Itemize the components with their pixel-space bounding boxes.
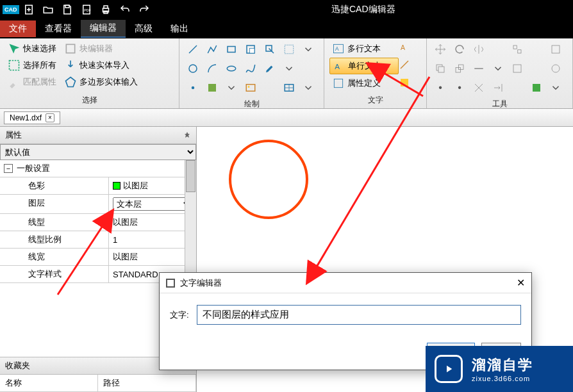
table-icon[interactable] — [281, 79, 297, 96]
tool-e-icon[interactable] — [528, 79, 545, 96]
select-all-button[interactable]: 选择所有 — [5, 58, 59, 73]
app-logo: CAD — [3, 5, 19, 14]
prop-label: 文字样式 — [0, 266, 109, 282]
svg-rect-23 — [246, 85, 255, 92]
ellipse-icon[interactable] — [223, 60, 240, 77]
prop-label: 图层 — [0, 195, 109, 213]
prop-label: 线型 — [0, 214, 109, 231]
export-icon[interactable]: PDF — [77, 0, 96, 19]
svg-rect-10 — [66, 44, 74, 53]
tool-icon[interactable] — [242, 41, 259, 58]
svg-rect-22 — [208, 84, 216, 92]
prop-row-layer[interactable]: 图层 文本层 — [0, 195, 196, 214]
new-icon[interactable] — [19, 0, 38, 19]
section-general[interactable]: − 一般设置 — [0, 160, 196, 177]
spline-icon[interactable] — [242, 60, 259, 77]
text-tool2-icon[interactable] — [399, 59, 415, 76]
dropdown5-icon[interactable] — [490, 60, 506, 77]
copy-icon[interactable] — [432, 60, 449, 77]
stretch-icon[interactable] — [470, 60, 487, 77]
prop-label: 线宽 — [0, 249, 109, 265]
prop-row-color[interactable]: 色彩 以图层 — [0, 177, 196, 195]
pen-icon[interactable] — [262, 60, 278, 77]
block-editor-button[interactable]: 块编辑器 — [62, 41, 140, 56]
menu-editor[interactable]: 编辑器 — [81, 20, 126, 38]
trim-icon[interactable] — [470, 79, 487, 96]
text-tool3-icon[interactable] — [399, 77, 415, 94]
svg-point-24 — [248, 86, 250, 88]
region-icon[interactable] — [281, 41, 297, 58]
tool-c-icon[interactable] — [509, 60, 526, 77]
circle-icon[interactable] — [185, 60, 201, 77]
polygon-input-button[interactable]: 多边形实体输入 — [62, 74, 140, 90]
undo-icon[interactable] — [115, 0, 135, 19]
move-icon[interactable] — [432, 41, 449, 58]
svg-text:A: A — [335, 45, 339, 52]
document-tab[interactable]: New1.dxf × — [4, 111, 60, 124]
text-input[interactable] — [197, 305, 521, 325]
print-icon[interactable] — [96, 0, 115, 19]
collapse-icon[interactable]: − — [4, 164, 13, 173]
dot2-icon[interactable]: • — [451, 79, 468, 96]
hatch-icon[interactable] — [204, 79, 220, 96]
svg-rect-34 — [513, 45, 517, 49]
pin-icon[interactable] — [183, 131, 191, 139]
open-icon[interactable] — [38, 0, 58, 19]
point-icon[interactable] — [185, 79, 201, 96]
redo-icon[interactable] — [135, 0, 154, 19]
dropdown-icon[interactable] — [300, 41, 317, 58]
quick-select-button[interactable]: 快速选择 — [5, 41, 59, 56]
menu-output[interactable]: 输出 — [162, 20, 197, 37]
tool-b-icon[interactable] — [547, 41, 564, 58]
svg-rect-36 — [552, 45, 560, 53]
dropdown2-icon[interactable] — [281, 60, 297, 77]
ribbon-group-text: A多行文本 A单行文本 属性定义 A 文字 — [324, 38, 427, 108]
layer-select[interactable]: 文本层 — [113, 197, 192, 211]
scrollbar-thumb[interactable] — [186, 160, 195, 192]
text-tool1-icon[interactable]: A — [399, 41, 415, 58]
menu-file[interactable]: 文件 — [0, 20, 36, 37]
dropdown3-icon[interactable] — [223, 79, 240, 96]
tab-label: New1.dxf — [10, 113, 42, 122]
clip-icon[interactable] — [262, 41, 278, 58]
mirror-icon[interactable] — [470, 41, 487, 58]
image-icon[interactable] — [242, 79, 259, 96]
rect-icon[interactable] — [223, 41, 240, 58]
prop-row-ltype[interactable]: 线型 以图层 — [0, 214, 196, 231]
prop-value: 以图层 — [123, 180, 148, 192]
save-icon[interactable] — [58, 0, 77, 19]
quick-import-label: 快速实体导入 — [79, 60, 129, 71]
dialog-titlebar[interactable]: 文字编辑器 ✕ — [160, 273, 531, 293]
arc-icon[interactable] — [204, 60, 220, 77]
dot1-icon[interactable]: • — [432, 79, 449, 96]
dtext-button[interactable]: A单行文本 — [329, 58, 399, 74]
close-icon[interactable]: ✕ — [517, 277, 525, 289]
attrdef-button[interactable]: 属性定义 — [329, 76, 399, 91]
ribbon-group-select: 快速选择 选择所有 匹配属性 块编辑器 快速实体导入 多边形实体输入 选择 — [0, 38, 179, 108]
menu-view[interactable]: 查看器 — [36, 20, 81, 37]
svg-rect-35 — [518, 50, 521, 53]
menu-advanced[interactable]: 高级 — [126, 20, 162, 37]
mtext-button[interactable]: A多行文本 — [329, 41, 399, 56]
extend-icon[interactable] — [490, 79, 506, 96]
polyline-icon[interactable] — [204, 41, 220, 58]
prop-row-ltscale[interactable]: 线型比例 1 — [0, 231, 196, 249]
dropdown6-icon[interactable] — [547, 79, 564, 96]
tool-d-icon[interactable] — [547, 60, 564, 77]
svg-rect-43 — [533, 84, 540, 92]
rotate-icon[interactable] — [451, 41, 468, 58]
tab-close-icon[interactable]: × — [46, 113, 54, 122]
svg-rect-3 — [65, 5, 69, 8]
dropdown4-icon[interactable] — [300, 79, 317, 96]
prop-row-lweight[interactable]: 线宽 以图层 — [0, 249, 196, 266]
line-icon[interactable] — [185, 41, 201, 58]
scale-icon[interactable] — [451, 60, 468, 77]
col-name[interactable]: 名称 — [0, 375, 98, 391]
col-path[interactable]: 路径 — [98, 375, 196, 391]
match-props-button[interactable]: 匹配属性 — [5, 74, 59, 90]
text-group-label: 文字 — [329, 94, 421, 106]
tool-a-icon[interactable] — [509, 41, 526, 58]
quick-import-button[interactable]: 快速实体导入 — [62, 58, 140, 73]
svg-rect-41 — [513, 65, 521, 72]
default-select[interactable]: 默认值 — [0, 144, 196, 160]
